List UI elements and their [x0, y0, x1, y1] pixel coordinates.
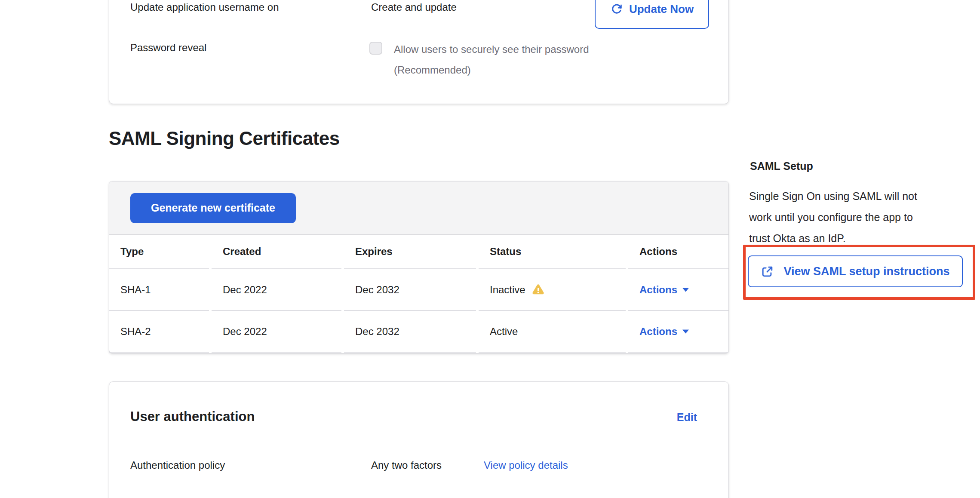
certificates-toolbar: Generate new certificate [109, 181, 728, 235]
description-line: work until you configure the app to [749, 207, 955, 228]
chevron-down-icon [682, 329, 689, 334]
authentication-policy-value: Any two factors [371, 459, 442, 471]
description-line: Single Sign On using SAML will not [749, 186, 955, 207]
warning-icon [531, 283, 545, 296]
saml-certificates-heading: SAML Signing Certificates [109, 128, 340, 149]
certificates-card: Generate new certificate Type Created Ex… [109, 181, 729, 354]
refresh-icon [610, 3, 623, 15]
saml-setup-description: Single Sign On using SAML will not work … [749, 186, 955, 249]
table-row: SHA-2 Dec 2022 Dec 2032 Active Actions [109, 311, 728, 353]
update-now-button[interactable]: Update Now [595, 0, 709, 29]
certificates-table-header: Type Created Expires Status Actions [109, 235, 728, 269]
cert-status: Inactive [479, 269, 626, 311]
column-header-actions: Actions [628, 235, 728, 269]
generate-certificate-button[interactable]: Generate new certificate [130, 193, 296, 223]
update-username-value: Create and update [371, 1, 457, 13]
cert-expires: Dec 2032 [344, 269, 476, 311]
password-reveal-description: Allow users to securely see their passwo… [394, 39, 589, 80]
update-now-label: Update Now [629, 3, 694, 16]
update-username-label: Update application username on [130, 1, 279, 13]
cert-status: Active [479, 311, 626, 353]
view-policy-details-link[interactable]: View policy details [484, 459, 568, 471]
password-reveal-checkbox[interactable] [369, 42, 382, 55]
annotation-highlight-box: View SAML setup instructions [743, 245, 975, 300]
user-authentication-card: User authentication Edit Authentication … [109, 381, 729, 498]
provisioning-card: Update application username on Create an… [109, 0, 729, 104]
password-reveal-label: Password reveal [130, 42, 206, 54]
table-row: SHA-1 Dec 2022 Dec 2032 Inactive Actions [109, 269, 728, 311]
checkbox-label-line: Allow users to securely see their passwo… [394, 39, 589, 60]
external-link-icon [761, 265, 774, 278]
edit-link[interactable]: Edit [677, 411, 697, 424]
authentication-policy-label: Authentication policy [130, 459, 225, 471]
column-header-type: Type [109, 235, 209, 269]
column-header-created: Created [212, 235, 341, 269]
page: Update application username on Create an… [0, 0, 980, 498]
column-header-status: Status [479, 235, 626, 269]
status-text: Inactive [490, 284, 525, 296]
chevron-down-icon [682, 288, 689, 292]
cert-created: Dec 2022 [212, 311, 341, 353]
actions-dropdown[interactable]: Actions [639, 284, 689, 296]
cert-actions: Actions [628, 269, 728, 311]
actions-dropdown[interactable]: Actions [639, 326, 689, 338]
status-text: Active [490, 326, 518, 338]
cert-actions: Actions [628, 311, 728, 353]
column-header-expires: Expires [344, 235, 476, 269]
saml-setup-heading: SAML Setup [750, 160, 813, 172]
actions-label: Actions [639, 326, 677, 338]
view-saml-setup-label: View SAML setup instructions [783, 265, 949, 278]
checkbox-label-line: (Recommended) [394, 60, 589, 80]
cert-expires: Dec 2032 [344, 311, 476, 353]
view-saml-setup-button[interactable]: View SAML setup instructions [748, 255, 963, 287]
cert-type: SHA-1 [109, 269, 209, 311]
cert-created: Dec 2022 [212, 269, 341, 311]
cert-type: SHA-2 [109, 311, 209, 353]
actions-label: Actions [639, 284, 677, 296]
user-authentication-heading: User authentication [130, 409, 255, 424]
